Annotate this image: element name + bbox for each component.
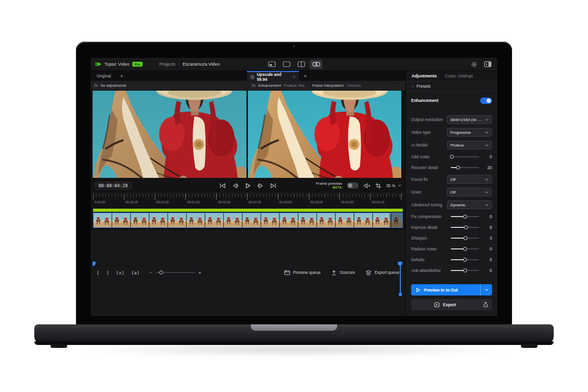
split-view-icon bbox=[297, 61, 305, 67]
tab-codec-settings[interactable]: Codec Settings bbox=[444, 74, 473, 78]
control-row: Fix compression 0 bbox=[411, 213, 492, 220]
sharpen-slider[interactable] bbox=[451, 235, 479, 242]
preview-queue-button[interactable]: Preview queue bbox=[284, 270, 320, 275]
play-outline-icon bbox=[416, 288, 420, 293]
breadcrumb-current: Escaramuza Video bbox=[183, 62, 220, 67]
new-tab-button-2[interactable]: + bbox=[300, 71, 310, 81]
share-icon[interactable] bbox=[479, 299, 492, 310]
laptop-screen: Topaz Video Pro Projects › Escaramuza Vi… bbox=[91, 58, 497, 316]
panel-body: Enhancement Output resolution 3840×2160 … bbox=[406, 92, 497, 284]
zoom-slider-knob[interactable] bbox=[159, 270, 163, 274]
previous-frame-button[interactable] bbox=[232, 183, 239, 189]
preview-options-chevron[interactable] bbox=[480, 284, 492, 295]
chevron-down-icon bbox=[398, 184, 401, 187]
crop-icon[interactable] bbox=[375, 183, 381, 189]
tick-label: 00:01:15 bbox=[187, 200, 199, 204]
control-row: Dehalo 0 bbox=[411, 256, 492, 263]
output-resolution-dropdown[interactable]: 3840×2160 (4x … bbox=[447, 115, 492, 124]
mute-speaker-icon[interactable] bbox=[364, 183, 370, 189]
export-button[interactable]: Export bbox=[411, 299, 492, 310]
frame-preview-label: Frame preview BETA bbox=[316, 181, 342, 190]
fx-icon: ƒx bbox=[252, 83, 256, 88]
new-tab-button[interactable]: + bbox=[117, 71, 126, 81]
add-noise-slider[interactable] bbox=[451, 153, 479, 160]
enhancement-toggle[interactable] bbox=[480, 98, 492, 104]
preview-in-to-out-button[interactable]: Preview In to Out bbox=[411, 284, 492, 295]
chevron-down-icon bbox=[485, 144, 489, 147]
zoom-slider-track[interactable] bbox=[156, 272, 195, 273]
original-preview[interactable] bbox=[93, 91, 246, 178]
more-options-icon[interactable]: ··· bbox=[397, 83, 402, 88]
control-label: Video type bbox=[411, 130, 447, 135]
transport-right: Frame preview BETA bbox=[316, 181, 401, 190]
zoom-in-button[interactable]: + bbox=[198, 270, 201, 275]
dehalo-slider[interactable] bbox=[451, 256, 479, 263]
enhancement-label: Enhancement bbox=[258, 83, 281, 88]
breadcrumb-projects[interactable]: Projects bbox=[159, 62, 175, 67]
advanced-tuning-dropdown[interactable]: Dynamic bbox=[447, 200, 492, 209]
control-value: 8 bbox=[484, 225, 492, 230]
upscale-tab-icon bbox=[250, 75, 254, 79]
topbar-right bbox=[471, 61, 497, 68]
ruler-major-ticks bbox=[93, 194, 403, 200]
settings-gear-icon[interactable] bbox=[471, 61, 477, 68]
next-frame-button[interactable] bbox=[257, 183, 264, 189]
play-button[interactable] bbox=[245, 183, 251, 189]
filmstrip[interactable] bbox=[93, 213, 403, 228]
frame-preview-toggle[interactable] bbox=[347, 182, 359, 189]
tick-label: 0:00:00 bbox=[95, 200, 105, 204]
view-pip-button[interactable] bbox=[266, 60, 278, 69]
grain-dropdown[interactable]: Off bbox=[447, 188, 492, 196]
tick-label: 00:00:15 bbox=[125, 200, 138, 204]
laptop-foot bbox=[521, 344, 538, 348]
chevron-down-icon bbox=[485, 119, 489, 121]
presets-row[interactable]: › Presets bbox=[406, 81, 497, 92]
improve-detail-slider[interactable] bbox=[451, 224, 479, 231]
content-row: Original + Upscale and 59.94 bbox=[91, 71, 497, 316]
zoom-level-dropdown[interactable]: 35 % bbox=[386, 183, 401, 188]
original-header: ƒx No adjustments bbox=[91, 81, 248, 90]
control-value: 20 bbox=[484, 165, 492, 170]
control-value: 0 bbox=[484, 214, 492, 219]
next-frame-icon bbox=[257, 183, 264, 189]
control-label: Output resolution bbox=[411, 117, 447, 122]
set-in-button[interactable]: [ bbox=[97, 270, 99, 275]
set-out-button[interactable]: ] bbox=[106, 270, 109, 275]
sources-button[interactable]: Sources bbox=[331, 270, 355, 275]
playhead[interactable] bbox=[398, 262, 402, 296]
fix-compression-slider[interactable] bbox=[451, 213, 479, 220]
export-queue-button[interactable]: Export queue bbox=[366, 270, 399, 275]
export-box-icon bbox=[434, 302, 440, 307]
anti-alias-deblur-slider[interactable] bbox=[451, 267, 479, 274]
enhanced-preview[interactable] bbox=[248, 91, 402, 178]
reduce-noise-slider[interactable] bbox=[451, 245, 479, 252]
topaz-video-app: Topaz Video Pro Projects › Escaramuza Vi… bbox=[91, 58, 497, 316]
jump-to-start-button[interactable] bbox=[220, 183, 226, 189]
loop-in-out-button[interactable]: [a] bbox=[131, 270, 140, 275]
control-label: AI Model bbox=[411, 143, 447, 147]
tab-original[interactable]: Original bbox=[91, 71, 117, 81]
view-side-by-side-button[interactable] bbox=[310, 60, 322, 69]
zoom-out-button[interactable]: − bbox=[149, 270, 152, 275]
tab-upscale[interactable]: Upscale and 59.94 × bbox=[247, 71, 299, 82]
control-row: Add noise 0 bbox=[411, 153, 492, 160]
timeline-ruler[interactable]: 0:00:00 00:00:15 00:01:00 00:01:15 00:02… bbox=[91, 193, 405, 207]
panel-toggle-icon[interactable] bbox=[484, 61, 491, 67]
frame-interpolation-label: Frame interpolation bbox=[312, 83, 344, 88]
view-split-button[interactable] bbox=[295, 60, 308, 69]
base-lip bbox=[34, 342, 554, 345]
skip-end-icon bbox=[270, 183, 276, 189]
control-label: Advanced tuning bbox=[411, 202, 447, 207]
frame-interpolation-value: Chronos bbox=[347, 83, 361, 88]
view-single-button[interactable] bbox=[280, 60, 293, 69]
video-type-dropdown[interactable]: Progressive bbox=[447, 128, 492, 137]
control-row: Improve detail 8 bbox=[411, 224, 492, 231]
tab-adjustments[interactable]: Adjustments bbox=[412, 74, 437, 78]
clear-in-out-button[interactable]: [x] bbox=[116, 270, 124, 275]
play-icon bbox=[245, 183, 251, 189]
recover-detail-slider[interactable] bbox=[451, 164, 479, 171]
jump-to-end-button[interactable] bbox=[270, 183, 276, 189]
tab-close-icon[interactable]: × bbox=[293, 74, 295, 79]
focus-fix-dropdown[interactable]: Off bbox=[447, 175, 492, 184]
ai-model-dropdown[interactable]: Proteus bbox=[447, 141, 492, 149]
